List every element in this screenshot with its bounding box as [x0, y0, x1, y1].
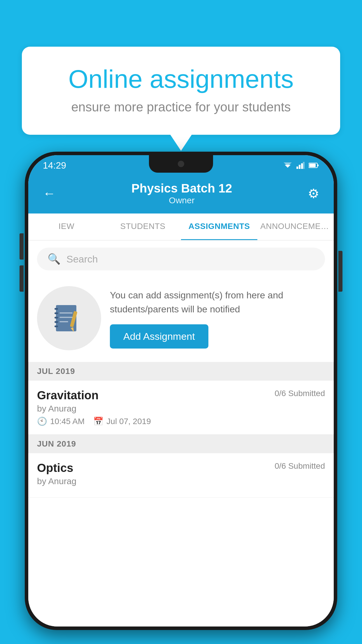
promo-block: You can add assignment(s) from here and … [28, 277, 334, 362]
svg-rect-19 [59, 321, 68, 322]
phone-container: 14:29 [25, 152, 337, 630]
svg-rect-2 [296, 167, 298, 169]
svg-rect-12 [55, 317, 58, 318]
settings-button[interactable]: ⚙ [308, 186, 319, 201]
search-box[interactable]: 🔍 Search [37, 248, 325, 270]
svg-rect-13 [55, 321, 58, 323]
side-button-power [338, 251, 342, 292]
notebook-icon [53, 302, 85, 334]
back-button[interactable]: ← [43, 186, 56, 201]
search-container: 🔍 Search [28, 241, 334, 277]
assignment-by: by Anurag [37, 404, 325, 414]
promo-description: You can add assignment(s) from here and … [110, 288, 325, 316]
add-assignment-button[interactable]: Add Assignment [110, 324, 208, 349]
assignment-submitted: 0/6 Submitted [275, 389, 325, 398]
calendar-icon: 📅 [93, 416, 103, 426]
bubble-subtitle: ensure more practice for your students [45, 100, 317, 114]
content-area: 🔍 Search [28, 241, 334, 626]
assignment-top-row: Gravitation 0/6 Submitted [37, 389, 325, 402]
header-subtitle: Owner [131, 195, 232, 205]
section-header-jun: JUN 2019 [28, 435, 334, 453]
svg-rect-7 [317, 164, 319, 166]
section-header-jul-label: JUL 2019 [37, 367, 75, 376]
search-placeholder: Search [66, 253, 98, 265]
section-header-jun-label: JUN 2019 [37, 439, 76, 448]
assignment-time-value: 10:45 AM [50, 417, 85, 426]
svg-rect-18 [59, 317, 73, 318]
tab-announcements[interactable]: ANNOUNCEMENTS [257, 214, 334, 240]
svg-rect-8 [309, 164, 316, 167]
assignment-time: 🕙 10:45 AM [37, 416, 85, 426]
clock-icon: 🕙 [37, 416, 47, 426]
status-icons [283, 162, 319, 169]
app-header: ← Physics Batch 12 Owner ⚙ [28, 176, 334, 214]
header-title: Physics Batch 12 [131, 181, 232, 195]
header-title-group: Physics Batch 12 Owner [131, 181, 232, 205]
assignment-optics-submitted: 0/6 Submitted [275, 461, 325, 471]
side-button-volume-down [20, 265, 24, 292]
svg-rect-11 [55, 312, 58, 314]
tab-overview[interactable]: IEW [28, 214, 105, 240]
wifi-icon [283, 162, 292, 169]
svg-rect-5 [303, 162, 305, 169]
assignment-optics-name: Optics [37, 461, 73, 475]
side-button-volume-up [20, 233, 24, 260]
assignment-item-optics[interactable]: Optics 0/6 Submitted by Anurag [28, 453, 334, 498]
svg-marker-1 [284, 162, 292, 166]
assignment-name: Gravitation [37, 389, 99, 402]
assignment-date-value: Jul 07, 2019 [106, 417, 151, 426]
assignment-date: 📅 Jul 07, 2019 [93, 416, 151, 426]
svg-rect-17 [59, 312, 73, 314]
assignment-optics-by: by Anurag [37, 476, 325, 486]
svg-rect-4 [301, 163, 303, 169]
tab-students[interactable]: STUDENTS [105, 214, 181, 240]
status-bar: 14:29 [28, 155, 334, 176]
svg-rect-14 [55, 326, 58, 327]
assignment-meta: 🕙 10:45 AM 📅 Jul 07, 2019 [37, 416, 325, 426]
tabs-bar: IEW STUDENTS ASSIGNMENTS ANNOUNCEMENTS [28, 214, 334, 241]
battery-icon [309, 162, 319, 168]
assignment-item-gravitation[interactable]: Gravitation 0/6 Submitted by Anurag 🕙 10… [28, 381, 334, 435]
signal-icon [296, 162, 305, 169]
notch [149, 155, 213, 173]
status-time: 14:29 [43, 160, 66, 171]
assignment-optics-top-row: Optics 0/6 Submitted [37, 461, 325, 475]
promo-right: You can add assignment(s) from here and … [110, 288, 325, 349]
speech-bubble: Online assignments ensure more practice … [22, 47, 340, 135]
phone-outer: 14:29 [25, 152, 337, 630]
svg-rect-3 [299, 165, 301, 169]
assignment-icon-circle [37, 286, 101, 350]
svg-rect-10 [55, 308, 58, 310]
camera-dot [178, 161, 184, 167]
tab-assignments[interactable]: ASSIGNMENTS [181, 214, 257, 240]
section-header-jul: JUL 2019 [28, 362, 334, 381]
bubble-title: Online assignments [45, 64, 317, 94]
search-icon: 🔍 [48, 253, 61, 265]
phone-screen: 14:29 [28, 155, 334, 626]
